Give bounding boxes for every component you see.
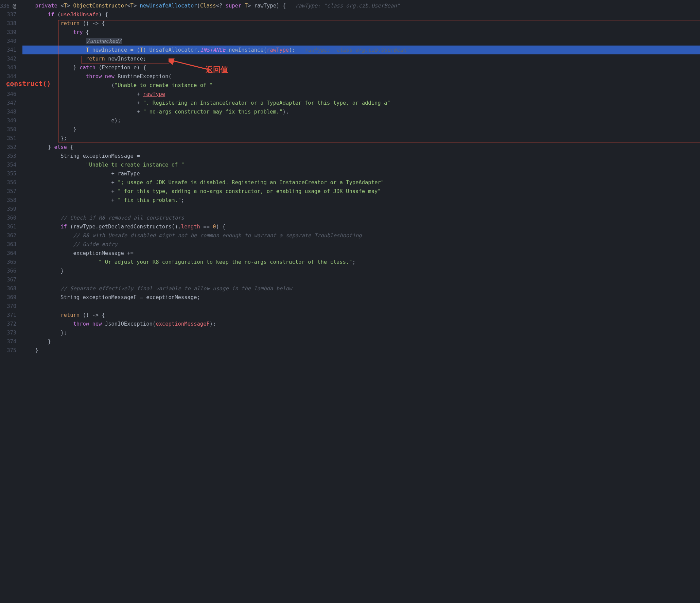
- line-number: 355: [0, 169, 16, 178]
- code-line[interactable]: + " fix this problem.";: [22, 196, 700, 205]
- code-line[interactable]: ("Unable to create instance of ": [22, 81, 700, 90]
- inlay-hint: rawType: "class org.czb.UserBean": [305, 47, 409, 53]
- line-number: 371: [0, 311, 16, 320]
- line-number: 338: [0, 19, 16, 28]
- line-number: 356: [0, 178, 16, 187]
- code-line[interactable]: try {: [22, 28, 700, 37]
- line-number: 340: [0, 37, 16, 46]
- line-number: 369: [0, 293, 16, 302]
- line-number: 374: [0, 337, 16, 346]
- code-line[interactable]: + rawType: [22, 169, 700, 178]
- code-line[interactable]: [22, 302, 700, 311]
- code-line[interactable]: + " no-args constructor may fix this pro…: [22, 107, 700, 116]
- line-number: 347: [0, 99, 16, 107]
- line-number: 341: [0, 46, 16, 54]
- line-number: 351: [0, 134, 16, 143]
- code-line[interactable]: // Separate effectively final variable t…: [22, 284, 700, 293]
- gutter-at-icon: @: [13, 2, 16, 9]
- code-line[interactable]: private <T> ObjectConstructor<T> newUnsa…: [22, 1, 700, 10]
- line-number: 353: [0, 152, 16, 160]
- code-line[interactable]: String exceptionMessage =: [22, 152, 700, 160]
- code-line[interactable]: [22, 205, 700, 213]
- code-line[interactable]: return newInstance;: [22, 54, 700, 63]
- line-number: 336 @: [0, 1, 16, 10]
- code-line[interactable]: [22, 275, 700, 284]
- code-editor[interactable]: 336 @ 337 338 339 340 341 342 343 344 34…: [0, 0, 700, 358]
- line-number: 370: [0, 302, 16, 311]
- code-line[interactable]: } catch (Exception e) {: [22, 63, 700, 72]
- line-number: 349: [0, 116, 16, 125]
- code-line[interactable]: throw new RuntimeException(: [22, 72, 700, 81]
- line-number: 366: [0, 266, 16, 275]
- code-line[interactable]: + rawType: [22, 90, 700, 99]
- line-number: 363: [0, 240, 16, 249]
- code-line[interactable]: // Guide entry: [22, 240, 700, 249]
- code-line[interactable]: } else {: [22, 143, 700, 152]
- code-area[interactable]: private <T> ObjectConstructor<T> newUnsa…: [22, 1, 700, 355]
- line-number: 365: [0, 258, 16, 266]
- code-line[interactable]: + " for this type, adding a no-args cons…: [22, 187, 700, 196]
- code-line[interactable]: if (useJdkUnsafe) {: [22, 10, 700, 19]
- code-line[interactable]: exceptionMessage +=: [22, 249, 700, 258]
- code-line[interactable]: String exceptionMessageF = exceptionMess…: [22, 293, 700, 302]
- line-number: 375: [0, 346, 16, 355]
- current-line[interactable]: T newInstance = (T) UnsafeAllocator.INST…: [22, 46, 700, 54]
- code-line[interactable]: }: [22, 346, 700, 355]
- line-number: 343: [0, 63, 16, 72]
- inlay-hint: rawType: "class org.czb.UserBean": [295, 3, 400, 9]
- line-number: 364: [0, 249, 16, 258]
- code-line[interactable]: };: [22, 328, 700, 337]
- line-number: 358: [0, 196, 16, 205]
- line-number: 361: [0, 222, 16, 231]
- code-line[interactable]: }: [22, 266, 700, 275]
- line-number: 359: [0, 205, 16, 213]
- code-line[interactable]: // R8 with Unsafe disabled might not be …: [22, 231, 700, 240]
- code-line[interactable]: + ". Registering an InstanceCreator or a…: [22, 99, 700, 107]
- code-line[interactable]: "Unable to create instance of ": [22, 160, 700, 169]
- line-number: 368: [0, 284, 16, 293]
- line-number-gutter: 336 @ 337 338 339 340 341 342 343 344 34…: [0, 1, 22, 355]
- line-number: 373: [0, 328, 16, 337]
- line-number: 342: [0, 54, 16, 63]
- line-number: 357: [0, 187, 16, 196]
- line-number: 339: [0, 28, 16, 37]
- line-number: 352: [0, 143, 16, 152]
- code-line[interactable]: return () -> {: [22, 311, 700, 320]
- code-line[interactable]: " Or adjust your R8 configuration to kee…: [22, 258, 700, 266]
- line-number: 350: [0, 125, 16, 134]
- line-number: 348: [0, 107, 16, 116]
- code-line[interactable]: e);: [22, 116, 700, 125]
- code-line[interactable]: throw new JsonIOException(exceptionMessa…: [22, 320, 700, 328]
- code-line[interactable]: return () -> {: [22, 19, 700, 28]
- line-number: 345: [0, 81, 16, 90]
- line-number: 344: [0, 72, 16, 81]
- line-number: 354: [0, 160, 16, 169]
- line-number: 360: [0, 213, 16, 222]
- line-number: 337: [0, 10, 16, 19]
- code-line[interactable]: }: [22, 337, 700, 346]
- line-number: 372: [0, 320, 16, 328]
- line-number: 367: [0, 275, 16, 284]
- code-line[interactable]: };: [22, 134, 700, 143]
- suppress-annotation: /unchecked/: [86, 38, 122, 44]
- line-number: 346: [0, 90, 16, 99]
- code-line[interactable]: }: [22, 125, 700, 134]
- code-line[interactable]: + "; usage of JDK Unsafe is disabled. Re…: [22, 178, 700, 187]
- code-line[interactable]: // Check if R8 removed all constructors: [22, 213, 700, 222]
- code-line[interactable]: /unchecked/: [22, 37, 700, 46]
- code-line[interactable]: if (rawType.getDeclaredConstructors().le…: [22, 222, 700, 231]
- line-number: 362: [0, 231, 16, 240]
